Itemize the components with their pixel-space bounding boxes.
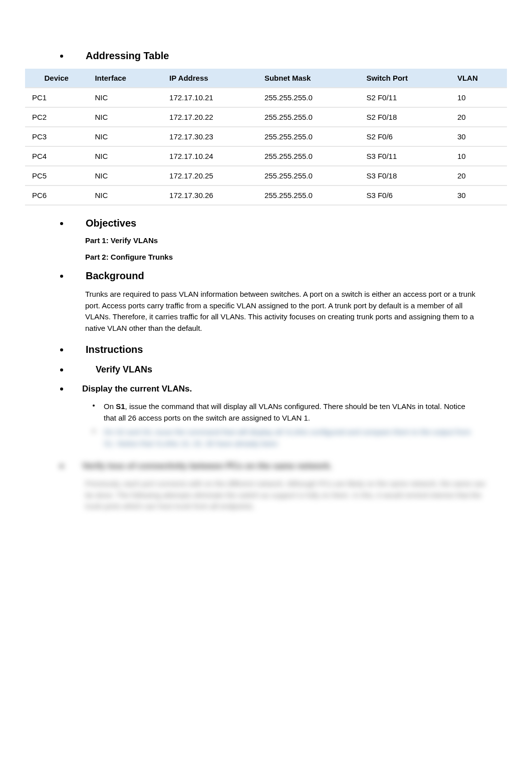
- table-row: PC5NIC172.17.20.25255.255.255.0S3 F0/182…: [25, 166, 507, 185]
- table-cell-interface: NIC: [88, 185, 162, 205]
- objectives-heading: Objectives: [25, 218, 507, 229]
- addressing-table-heading: Addressing Table: [25, 50, 507, 62]
- list-post: , issue the command that will display al…: [104, 402, 465, 422]
- table-cell-mask: 255.255.255.0: [257, 127, 360, 146]
- blurred-paragraph: Previously, each port connects with on t…: [85, 478, 487, 512]
- table-cell-device: PC3: [25, 127, 88, 146]
- table-cell-ip: 172.17.30.26: [162, 185, 257, 205]
- table-cell-device: PC4: [25, 146, 88, 166]
- table-cell-device: PC2: [25, 107, 88, 127]
- table-cell-port: S2 F0/6: [359, 127, 450, 146]
- table-cell-vlan: 10: [450, 88, 507, 107]
- table-cell-device: PC1: [25, 88, 88, 107]
- list-item: On S1, issue the command that will displ…: [25, 401, 507, 424]
- table-row: PC2NIC172.17.20.22255.255.255.0S2 F0/182…: [25, 107, 507, 127]
- background-title: Background: [86, 270, 144, 282]
- col-port: Switch Port: [359, 69, 450, 88]
- part2-label: Part 2: Configure Trunks: [85, 253, 507, 261]
- blurred-heading-text: Verify loss of connectivity between PCs …: [82, 461, 332, 471]
- table-cell-vlan: 20: [450, 107, 507, 127]
- col-interface: Interface: [88, 69, 162, 88]
- table-cell-ip: 172.17.30.23: [162, 127, 257, 146]
- bullet-icon: [60, 368, 63, 371]
- table-cell-interface: NIC: [88, 146, 162, 166]
- table-cell-ip: 172.17.20.25: [162, 166, 257, 185]
- bullet-icon: [93, 405, 95, 407]
- bullet-icon: [60, 387, 63, 391]
- bullet-icon: [60, 465, 63, 468]
- table-row: PC3NIC172.17.30.23255.255.255.0S2 F0/630: [25, 127, 507, 146]
- table-cell-mask: 255.255.255.0: [257, 146, 360, 166]
- instructions-title: Instructions: [86, 344, 143, 355]
- table-cell-device: PC6: [25, 185, 88, 205]
- bullet-icon: [93, 430, 95, 432]
- table-header-row: Device Interface IP Address Subnet Mask …: [25, 69, 507, 88]
- table-cell-device: PC5: [25, 166, 88, 185]
- list-item-blurred: On S2 and S3, issue the command that wil…: [25, 427, 507, 449]
- table-cell-mask: 255.255.255.0: [257, 88, 360, 107]
- table-row: PC4NIC172.17.10.24255.255.255.0S3 F0/111…: [25, 146, 507, 166]
- table-cell-interface: NIC: [88, 107, 162, 127]
- bullet-icon: [60, 275, 63, 278]
- verify-vlans-title: Verify VLANs: [96, 364, 152, 375]
- table-cell-interface: NIC: [88, 166, 162, 185]
- col-ip: IP Address: [162, 69, 257, 88]
- table-cell-ip: 172.17.20.22: [162, 107, 257, 127]
- background-text: Trunks are required to pass VLAN informa…: [85, 289, 487, 334]
- list-pre: On: [104, 402, 116, 411]
- table-row: PC1NIC172.17.10.21255.255.255.0S2 F0/111…: [25, 88, 507, 107]
- addressing-table-title: Addressing Table: [86, 50, 169, 62]
- background-heading: Background: [25, 270, 507, 282]
- addressing-table: Device Interface IP Address Subnet Mask …: [25, 69, 507, 206]
- blurred-list-text: On S2 and S3, issue the command that wil…: [104, 427, 477, 449]
- bullet-icon: [60, 55, 63, 58]
- list-bold: S1: [116, 402, 125, 411]
- instructions-heading: Instructions: [25, 344, 507, 355]
- verify-vlans-heading: Verify VLANs: [25, 364, 507, 375]
- table-cell-interface: NIC: [88, 88, 162, 107]
- col-mask: Subnet Mask: [257, 69, 360, 88]
- col-vlan: VLAN: [450, 69, 507, 88]
- table-cell-vlan: 30: [450, 185, 507, 205]
- table-cell-mask: 255.255.255.0: [257, 166, 360, 185]
- display-current-title: Display the current VLANs.: [82, 384, 192, 394]
- col-device: Device: [25, 69, 88, 88]
- objectives-title: Objectives: [86, 218, 136, 229]
- table-cell-mask: 255.255.255.0: [257, 107, 360, 127]
- table-cell-vlan: 30: [450, 127, 507, 146]
- blurred-heading: Verify loss of connectivity between PCs …: [25, 461, 507, 471]
- table-cell-port: S2 F0/18: [359, 107, 450, 127]
- table-cell-vlan: 20: [450, 166, 507, 185]
- bullet-icon: [60, 348, 63, 351]
- table-cell-interface: NIC: [88, 127, 162, 146]
- table-cell-port: S3 F0/11: [359, 146, 450, 166]
- table-row: PC6NIC172.17.30.26255.255.255.0S3 F0/630: [25, 185, 507, 205]
- part1-label: Part 1: Verify VLANs: [85, 236, 507, 245]
- table-cell-port: S3 F0/6: [359, 185, 450, 205]
- table-cell-mask: 255.255.255.0: [257, 185, 360, 205]
- table-cell-ip: 172.17.10.21: [162, 88, 257, 107]
- bullet-icon: [60, 222, 63, 225]
- table-cell-port: S2 F0/11: [359, 88, 450, 107]
- table-cell-port: S3 F0/18: [359, 166, 450, 185]
- table-cell-vlan: 10: [450, 146, 507, 166]
- table-cell-ip: 172.17.10.24: [162, 146, 257, 166]
- list-item-text: On S1, issue the command that will displ…: [104, 401, 477, 424]
- display-current-heading: Display the current VLANs.: [25, 384, 507, 394]
